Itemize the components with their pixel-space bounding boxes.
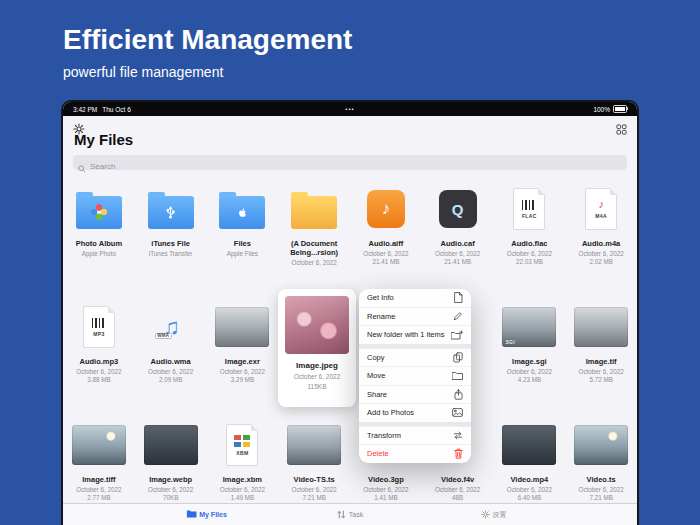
file-date: October 6, 2022 — [292, 486, 337, 493]
image-thumbnail: SGI — [502, 307, 556, 347]
device-screenshot: 3:42 PM Thu Oct 6 ••• 100% My Files — [61, 100, 639, 525]
tab-bar: My Files Task 设置 — [63, 503, 637, 525]
file-item[interactable]: Image.tif October 6, 2022 5.72 MB — [565, 300, 637, 383]
view-grid-icon[interactable] — [616, 121, 627, 139]
share-icon — [454, 389, 463, 400]
file-subtitle: Apple Photo — [82, 250, 116, 257]
soundbars-glyph — [92, 318, 106, 328]
file-item[interactable]: iTunes File iTunes Transfer — [135, 182, 207, 266]
file-item[interactable]: SGI Image.sgi October 6, 2022 4.23 MB — [494, 300, 566, 383]
file-date: October 6, 2022 — [579, 250, 624, 257]
file-date: October 6, 2022 — [507, 486, 552, 493]
mp3-file-icon: MP3 — [83, 306, 115, 348]
menu-item-transform[interactable]: Transform — [359, 426, 471, 445]
selected-file-card[interactable]: Image.jpeg October 6, 2022 115KB — [278, 289, 356, 407]
tab-task[interactable]: Task — [337, 504, 363, 525]
file-item[interactable]: ♪M4A Audio.m4a October 6, 2022 2.02 MB — [565, 182, 637, 266]
file-name: Photo Album — [76, 239, 122, 248]
file-size: 3.88 MB — [87, 376, 110, 383]
menu-item-move[interactable]: Move — [359, 366, 471, 385]
file-item[interactable]: Video.ts October 6, 2022 7.21 MB — [565, 418, 637, 501]
file-name: Audio.mp3 — [80, 357, 119, 366]
file-date: October 6, 2022 — [579, 368, 624, 375]
quicktime-audio-icon: Q — [439, 190, 477, 228]
transform-arrows-icon — [453, 431, 463, 440]
file-size: 4.23 MB — [518, 376, 541, 383]
file-size: 1.49 MB — [231, 494, 254, 501]
file-name: Audio.m4a — [582, 239, 620, 248]
file-name: iTunes File — [151, 239, 190, 248]
status-date: Thu Oct 6 — [102, 106, 131, 113]
menu-item-rename[interactable]: Rename — [359, 307, 471, 326]
file-item[interactable]: ♫WMA Audio.wma October 6, 2022 2.09 MB — [135, 300, 207, 383]
search-input[interactable] — [73, 159, 627, 174]
file-size: 6.40 MB — [518, 494, 541, 501]
file-date: October 6, 2022 — [363, 250, 408, 257]
file-date: October 6, 2022 — [76, 368, 121, 375]
file-date: October 6, 2022 — [363, 486, 408, 493]
music-note-glyph: ♪ — [598, 199, 604, 210]
file-item[interactable]: MP3 Audio.mp3 October 6, 2022 3.88 MB — [63, 300, 135, 383]
transfer-arrows-icon — [337, 510, 346, 520]
file-item[interactable]: FLAC Audio.flac October 6, 2022 22.03 MB — [494, 182, 566, 266]
file-name: Audio.flac — [511, 239, 547, 248]
selected-file-date: October 6, 2022 — [294, 373, 341, 380]
tab-settings[interactable]: 设置 — [481, 504, 507, 525]
file-name: Image.webp — [149, 475, 192, 484]
menu-item-delete[interactable]: Delete — [359, 444, 471, 463]
tab-my-files[interactable]: My Files — [186, 504, 227, 525]
search-bar[interactable] — [73, 155, 627, 170]
file-size: 3.29 MB — [231, 376, 254, 383]
menu-item-new-folder[interactable]: New folder with 1 items — [359, 325, 471, 344]
file-item[interactable]: Image.tiff October 6, 2022 2.77 MB — [63, 418, 135, 501]
folder-icon — [219, 196, 265, 229]
file-item[interactable]: Photo Album Apple Photo — [63, 182, 135, 266]
file-size: 48B — [452, 494, 463, 501]
menu-item-share[interactable]: Share — [359, 385, 471, 404]
file-size: 5.72 MB — [589, 376, 612, 383]
gear-icon — [481, 510, 490, 520]
file-date: October 6, 2022 — [76, 486, 121, 493]
flac-file-icon: FLAC — [513, 188, 545, 230]
new-folder-icon — [451, 330, 463, 340]
file-item[interactable]: Files Apple Files — [207, 182, 279, 266]
photo-icon — [452, 408, 463, 417]
folder-icon — [186, 510, 196, 519]
file-item[interactable]: ♪ Audio.aiff October 6, 2022 21.41 MB — [350, 182, 422, 266]
copy-icon — [453, 352, 463, 363]
image-thumbnail — [144, 425, 198, 465]
file-grid-row: Photo Album Apple Photo iTunes File iTun… — [63, 182, 637, 266]
file-subtitle: Apple Files — [227, 250, 258, 257]
menu-item-copy[interactable]: Copy — [359, 348, 471, 367]
file-size: 22.03 MB — [516, 258, 543, 265]
pencil-icon — [453, 311, 463, 321]
selected-image-thumbnail — [285, 296, 349, 354]
file-item[interactable]: Image.exr October 6, 2022 3.29 MB — [207, 300, 279, 383]
status-bar: 3:42 PM Thu Oct 6 ••• 100% — [63, 102, 637, 116]
file-date: October 6, 2022 — [579, 486, 624, 493]
folder-icon — [76, 196, 122, 229]
status-dots: ••• — [345, 106, 354, 112]
file-item[interactable]: Image.webp October 6, 2022 70KB — [135, 418, 207, 501]
selected-file-name: Image.jpeg — [296, 361, 338, 370]
file-item[interactable]: XBM Image.xbm October 6, 2022 1.49 MB — [207, 418, 279, 501]
status-time: 3:42 PM — [73, 106, 97, 113]
file-item[interactable]: Video.mp4 October 6, 2022 6.40 MB — [494, 418, 566, 501]
file-item[interactable]: Video-TS.ts October 6, 2022 7.21 MB — [278, 418, 350, 501]
file-item[interactable]: (A Document Being...rsion) October 6, 20… — [278, 182, 350, 266]
apple-emblem-icon — [237, 206, 248, 219]
file-item[interactable]: Q Audio.caf October 6, 2022 21.41 MB — [422, 182, 494, 266]
search-icon — [78, 159, 86, 177]
file-name: (A Document Being...rsion) — [282, 239, 346, 258]
video-thumbnail — [502, 425, 556, 465]
wma-note-icon: ♫WMA — [162, 315, 180, 339]
menu-item-get-info[interactable]: Get Info — [359, 289, 471, 307]
file-size: 7.21 MB — [589, 494, 612, 501]
file-date: October 6, 2022 — [435, 486, 480, 493]
file-size: 7.21 MB — [302, 494, 325, 501]
file-size: 2.77 MB — [87, 494, 110, 501]
file-date: October 6, 2022 — [148, 486, 193, 493]
video-thumbnail — [574, 425, 628, 465]
menu-item-add-to-photos[interactable]: Add to Photos — [359, 403, 471, 422]
file-date: October 6, 2022 — [507, 368, 552, 375]
